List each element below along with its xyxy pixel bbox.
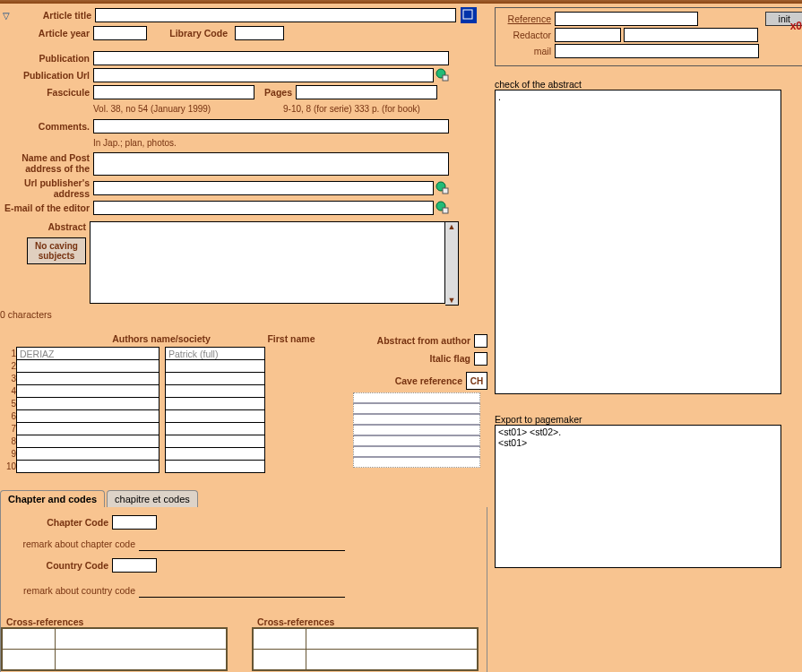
author-first-input[interactable] bbox=[165, 397, 265, 410]
cave-ref-label: Cave reference bbox=[395, 375, 466, 386]
x0-marker: x0 bbox=[790, 20, 802, 32]
remark-chapter-label: remark about chapter code bbox=[1, 538, 139, 549]
comments-label: Comments. bbox=[0, 121, 93, 132]
author-first-input[interactable] bbox=[165, 447, 265, 461]
italic-flag-checkbox[interactable] bbox=[474, 352, 487, 366]
author-name-input[interactable] bbox=[16, 435, 160, 448]
author-first-input[interactable] bbox=[165, 435, 265, 448]
fascicule-hint: Vol. 38, no 54 (January 1999) bbox=[93, 104, 283, 114]
chapter-code-input[interactable] bbox=[112, 515, 157, 530]
remark-country-label: remark about country code bbox=[1, 585, 139, 596]
author-row-num: 6 bbox=[0, 409, 16, 422]
name-post-l2: address of the bbox=[25, 163, 90, 174]
author-first-input[interactable] bbox=[165, 460, 265, 473]
check-abstract-textarea[interactable] bbox=[495, 90, 781, 394]
author-name-input[interactable] bbox=[16, 460, 160, 473]
url-pub-l1: Url publisher's bbox=[24, 177, 90, 188]
cross-ref-label-2: Cross-references bbox=[252, 616, 338, 627]
article-title-input[interactable] bbox=[95, 8, 456, 22]
mail-input[interactable] bbox=[555, 44, 759, 58]
no-caving-subjects-button[interactable]: No caving subjects bbox=[27, 237, 86, 264]
author-first-input[interactable] bbox=[165, 422, 265, 435]
abstract-label: Abstract bbox=[0, 221, 90, 232]
name-post-label: Name and Post address of the bbox=[0, 152, 93, 174]
remark-country-input[interactable] bbox=[139, 583, 345, 598]
italic-flag-label: Italic flag bbox=[429, 353, 474, 364]
author-first-input[interactable] bbox=[165, 359, 265, 373]
author-row-num: 8 bbox=[0, 435, 16, 447]
author-name-input[interactable] bbox=[16, 384, 160, 398]
export-label: Export to pagemaker bbox=[495, 414, 585, 425]
author-first-input[interactable] bbox=[165, 347, 265, 360]
fascicule-label: Fascicule bbox=[0, 87, 93, 98]
authors-table: 12345678910 bbox=[0, 347, 265, 472]
author-name-input[interactable] bbox=[16, 422, 160, 435]
article-year-input[interactable] bbox=[93, 26, 147, 40]
pages-label: Pages bbox=[254, 87, 296, 98]
cross-ref2-1b[interactable] bbox=[306, 628, 479, 650]
pages-input[interactable] bbox=[296, 85, 437, 99]
cross-ref-label-1: Cross-references bbox=[1, 616, 87, 627]
open-url-pub-icon[interactable] bbox=[435, 181, 450, 195]
article-year-label: Article year bbox=[0, 28, 93, 39]
reference-input[interactable] bbox=[555, 12, 698, 26]
author-name-input[interactable] bbox=[16, 359, 160, 373]
name-post-input[interactable] bbox=[93, 152, 449, 176]
redactor-input-2[interactable] bbox=[624, 28, 758, 42]
mail-icon[interactable] bbox=[435, 201, 450, 215]
abstract-textarea[interactable] bbox=[90, 221, 445, 304]
fascicule-input[interactable] bbox=[93, 85, 254, 99]
tab-chapter-and-codes[interactable]: Chapter and codes bbox=[0, 490, 105, 507]
abstract-from-author-checkbox[interactable] bbox=[474, 334, 487, 348]
library-code-input[interactable] bbox=[235, 26, 284, 40]
publication-url-label: Publication Url bbox=[0, 70, 93, 81]
library-code-label: Library Code bbox=[147, 28, 231, 39]
scroll-down-icon[interactable]: ▼ bbox=[448, 296, 456, 305]
author-name-input[interactable] bbox=[16, 409, 160, 423]
cross-ref-2a[interactable] bbox=[2, 650, 56, 671]
url-pub-l2: address bbox=[54, 188, 90, 199]
collapse-icon[interactable]: ▽ bbox=[0, 11, 13, 21]
reference-box: Reference init Redactor mail bbox=[495, 7, 802, 66]
remark-chapter-input[interactable] bbox=[139, 537, 345, 551]
country-code-input[interactable] bbox=[112, 558, 157, 573]
email-editor-input[interactable] bbox=[93, 201, 434, 215]
author-first-input[interactable] bbox=[165, 409, 265, 423]
author-first-input[interactable] bbox=[165, 372, 265, 385]
author-name-input[interactable] bbox=[16, 397, 160, 410]
url-pub-input[interactable] bbox=[93, 181, 434, 195]
cross-ref-2b[interactable] bbox=[56, 650, 228, 671]
pages-hint: 9-10, 8 (for serie) 333 p. (for book) bbox=[283, 104, 420, 114]
author-name-input[interactable] bbox=[16, 347, 160, 360]
scroll-up-icon[interactable]: ▲ bbox=[448, 222, 456, 231]
export-textarea[interactable] bbox=[495, 425, 781, 568]
author-row-num: 3 bbox=[0, 372, 16, 384]
comments-input[interactable] bbox=[93, 119, 449, 134]
email-editor-label: E-mail of the editor bbox=[0, 202, 93, 213]
publication-input[interactable] bbox=[93, 51, 449, 65]
author-first-input[interactable] bbox=[165, 384, 265, 398]
svg-rect-6 bbox=[443, 208, 448, 213]
author-name-input[interactable] bbox=[16, 372, 160, 385]
country-code-label: Country Code bbox=[1, 560, 112, 571]
cross-ref2-2b[interactable] bbox=[306, 650, 479, 671]
cross-ref2-2a[interactable] bbox=[253, 650, 306, 671]
author-name-input[interactable] bbox=[16, 447, 160, 461]
cave-ref-button[interactable]: CH bbox=[466, 372, 487, 390]
tab-chapitre-et-codes[interactable]: chapitre et codes bbox=[107, 490, 198, 507]
author-row-num: 10 bbox=[0, 460, 16, 472]
open-url-icon[interactable] bbox=[435, 68, 450, 82]
publication-url-input[interactable] bbox=[93, 68, 434, 82]
cross-ref-1b[interactable] bbox=[56, 628, 228, 650]
fill-color-icon[interactable] bbox=[461, 7, 477, 23]
author-row-num: 7 bbox=[0, 422, 16, 435]
redactor-label: Redactor bbox=[501, 30, 555, 40]
cross-ref-1a[interactable] bbox=[2, 628, 56, 650]
author-row-num: 4 bbox=[0, 384, 16, 397]
redactor-input-1[interactable] bbox=[555, 28, 621, 42]
first-name-header: First name bbox=[242, 333, 344, 344]
author-row-num: 9 bbox=[0, 447, 16, 460]
notes-area[interactable] bbox=[353, 392, 480, 468]
cross-ref2-1a[interactable] bbox=[253, 628, 306, 650]
svg-rect-0 bbox=[463, 10, 472, 19]
